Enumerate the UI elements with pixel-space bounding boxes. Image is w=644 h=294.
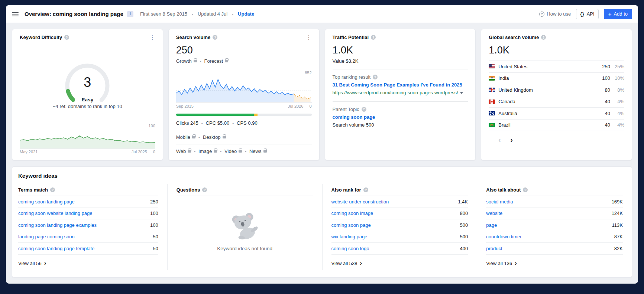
kd-score: 3 [50,75,124,90]
keyword-row: coming soon landing page 250 [18,196,158,208]
help-icon[interactable] [213,35,217,40]
keyword-link[interactable]: coming soon page [331,222,371,228]
flag-brazil-icon [489,123,495,127]
keyword-link[interactable]: website under construction [331,199,389,205]
parent-topic-link[interactable]: coming soon page [333,114,468,120]
tp-card-title: Traffic Potential [333,35,369,40]
top-result-url-link[interactable]: https://www.seedprod.com/coming-soon-pag… [333,90,458,95]
sv-history-chart [176,76,312,103]
top-ranking-result-label-row: Top ranking result [333,74,468,80]
flag-australia-icon [489,111,495,115]
keyword-link[interactable]: landing page coming soon [18,234,75,239]
view-all-also-rank-for[interactable]: View all 538 [331,261,468,266]
help-icon[interactable] [202,187,207,192]
search-volume-card: Search volume 250 Growth Forecast 852 [168,29,320,160]
keyword-row: coming soon logo 400 [331,243,468,255]
country-volume: 40 [605,99,610,104]
country-row[interactable]: Brazil 40 4% [489,120,624,131]
keyword-ideas-card: Keyword ideas Terms match coming soon la… [12,166,632,278]
keyword-link[interactable]: coming soon landing page template [18,246,94,251]
help-icon[interactable] [371,35,376,40]
keyword-volume: 50 [153,246,158,251]
kd-sparkline [20,129,155,148]
keyword-volume: 87K [614,234,623,239]
flag-canada-icon [489,99,495,104]
previous-page-icon[interactable] [498,136,501,143]
kd-card-header: Keyword Difficulty [20,35,155,40]
country-share: 4% [610,111,624,116]
view-all-terms-match[interactable]: View all 56 [18,261,158,266]
keyword-link[interactable]: page [486,222,497,228]
keyword-link[interactable]: coming soon landing page examples [18,222,97,228]
country-volume-list: United States 250 25% India 100 10% [489,61,624,131]
keyword-link[interactable]: product [486,246,502,251]
keyword-volume: 100 [150,210,158,216]
keyword-link[interactable]: coming soon image [331,210,373,216]
kebab-menu-icon[interactable] [150,35,155,40]
keyword-volume: 250 [150,199,158,205]
clicks-bar-green-segment [176,114,254,116]
growth-label[interactable]: Growth [176,58,192,64]
kd-gauge-arc: 3 [50,57,124,105]
help-icon[interactable] [541,35,546,40]
lock-icon [214,150,217,153]
keyword-volume: 500 [460,222,468,228]
keyword-volume: 50 [153,234,158,239]
forecast-label[interactable]: Forecast [204,58,223,64]
help-icon[interactable] [523,187,528,192]
view-all-also-talk-about[interactable]: View all 136 [486,261,623,266]
desktop-label[interactable]: Desktop [203,134,221,140]
country-row[interactable]: United States 250 25% [489,61,624,73]
country-row[interactable]: Australia 40 4% [489,108,624,120]
help-icon[interactable] [373,75,378,79]
keyword-row: website 124K [486,208,623,220]
country-row[interactable]: India 100 10% [489,73,624,85]
news-label[interactable]: News [249,148,262,154]
divider [176,144,312,144]
divider [176,130,312,130]
chevron-right-icon [515,261,517,266]
separator-dot [242,148,249,154]
help-icon[interactable] [50,187,55,192]
clicks-distribution-bar [176,114,312,116]
video-label[interactable]: Video [224,148,237,154]
keyword-link[interactable]: website [486,210,502,216]
koala-illustration-icon [226,209,263,241]
kd-history-chart: 100 May 2021 Jul 2025 0 [20,123,155,154]
next-page-icon[interactable] [511,136,513,143]
help-icon[interactable] [363,187,368,192]
keyword-link[interactable]: coming soon landing page [18,199,75,205]
questions-column: Questions [167,184,322,270]
keyword-link[interactable]: coming soon logo [331,246,369,251]
image-label[interactable]: Image [198,148,212,154]
kebab-menu-icon[interactable] [306,35,312,40]
api-button[interactable]: API [576,9,598,19]
country-volume: 80 [605,87,610,93]
country-row[interactable]: Canada 40 4% [489,96,624,108]
chevron-right-icon [44,261,46,266]
country-row[interactable]: United Kingdom 80 8% [489,84,624,96]
keyword-link[interactable]: wix landing page [331,234,368,239]
keyword-ideas-not-found-text: Keyword ideas not found [217,246,272,251]
keyword-volume: 113K [612,222,623,228]
keyword-link[interactable]: countdown timer [486,234,521,239]
country-volume: 250 [602,64,610,69]
keyword-link[interactable]: social media [486,199,513,205]
keyword-link[interactable]: coming soon website landing page [18,210,92,216]
app-frame: Overview: coming soon landing page i Fir… [6,5,638,284]
how-to-use-link[interactable]: How to use [539,11,571,17]
top-result-title-link[interactable]: 31 Best Coming Soon Page Examples I've F… [333,82,468,88]
also-talk-about-column: Also talk about social media 169K websit… [477,184,632,270]
add-to-button[interactable]: Add to [604,9,632,19]
hamburger-menu-icon[interactable] [12,12,19,16]
chevron-down-icon[interactable] [460,92,463,94]
update-link[interactable]: Update [238,11,254,17]
metric-cards-row: Keyword Difficulty 3 Easy [12,29,632,160]
info-badge-icon[interactable]: i [127,11,133,17]
help-icon[interactable] [362,107,366,112]
lock-icon [192,136,195,138]
top-result-url-row: https://www.seedprod.com/coming-soon-pag… [333,89,468,97]
web-label[interactable]: Web [176,148,186,154]
mobile-label[interactable]: Mobile [176,134,190,140]
help-icon[interactable] [64,35,69,40]
